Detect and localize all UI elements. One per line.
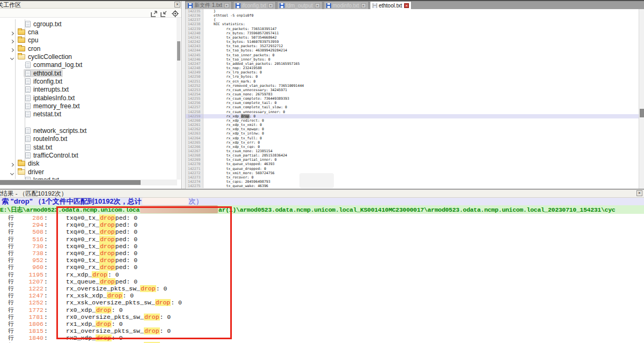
tree-item-interrupts-txt[interactable]: interrupts.txt (0, 86, 177, 94)
tab-close-icon[interactable]: × (404, 3, 409, 8)
editor-line[interactable]: 142247 tx_added_vlan_packets: 2051659571… (186, 62, 639, 66)
tree-item-cycliccollection[interactable]: cyclicCollection (0, 53, 177, 61)
tree-item-command_log-txt[interactable]: command_log.txt (0, 61, 177, 69)
tree-item-netstat-txt[interactable]: netstat.txt (0, 110, 177, 118)
editor-line[interactable]: 142246 tx_tso_inner_bytes: 0 (186, 57, 639, 62)
editor-line[interactable]: 142242 tx_bytes: 514607839753959 (186, 40, 639, 44)
result-row-line-294[interactable]: 行294:rxq#0_rx_dropped: 0 (0, 221, 644, 228)
tree-item-cpu[interactable]: cpu (0, 36, 177, 44)
result-row-line-1781[interactable]: 行1781:rx0_oversize_pkts_sw_drop: 0 (0, 314, 644, 320)
chevron-right-icon[interactable] (10, 163, 14, 167)
result-row-line-1815[interactable]: 行1815:rx1_oversize_pkts_sw_drop: 0 (0, 327, 644, 334)
tree-item-disk[interactable]: disk (0, 160, 177, 168)
editor-vertical-scrollbar[interactable] (639, 9, 644, 189)
tree-item-cgroup-txt[interactable]: cgroup.txt (0, 20, 177, 28)
tab-close-icon[interactable]: × (268, 3, 273, 8)
tree-vertical-scrollbar[interactable] (177, 18, 181, 180)
result-row-line-1772[interactable]: 行1772:rx0_xdp_drop: 0 (0, 307, 644, 314)
editor-line[interactable]: 142249 rx_lro_packets: 0 (186, 70, 639, 74)
editor-line[interactable]: 142256 rx_csum_complete_tail: 0 (186, 101, 639, 105)
tree-item-trafficcontrol-txt[interactable]: trafficControl.txt (0, 152, 177, 160)
editor-line[interactable]: 142250 rx_lro_bytes: 0 (186, 74, 639, 79)
result-row-line-1195[interactable]: 行1195:rx_xdp_drop: 0 (0, 271, 644, 278)
tree-item-cna[interactable]: cna (0, 28, 177, 36)
editor-line[interactable]: 142272 tx_xmit_more: 569724756 (186, 171, 639, 175)
editor-line[interactable]: 142239 rx_packets: 736510395147 (186, 27, 639, 31)
tree-item-network_scripts-txt[interactable]: network_scripts.txt (0, 127, 177, 135)
tree-item-memory_free-txt[interactable]: memory_free.txt (0, 102, 177, 110)
editor-line[interactable]: 142235} (186, 9, 639, 13)
result-row-line-1247[interactable]: 行1247:rx_xsk_xdp_drop: 0 (0, 292, 644, 299)
editor-line[interactable]: 142275 tx_queue_wake: 46396 (186, 184, 639, 188)
tree-item-iptablesinfo-txt[interactable]: iptablesInfo.txt (0, 94, 177, 102)
tab--1-txt[interactable]: 新文件 1.txt× (185, 1, 232, 9)
editor-line[interactable]: 142271 tx_queue_dropped: 0 (186, 167, 639, 171)
tab-close-icon[interactable]: × (224, 3, 229, 8)
tree-item-ethtool-txt[interactable]: ethtool.txt (0, 69, 177, 77)
result-row-line-286[interactable]: 行286:txq#0_tx_dropped: 0 (0, 214, 644, 221)
editor-line[interactable]: 142236ethtool -S enp1s0f0 (186, 13, 639, 18)
result-row-line-1207[interactable]: 行1207:tx_queue_dropped: 0 (0, 278, 644, 285)
tree-item-driver[interactable]: driver (0, 168, 177, 176)
tab-fdm_output[interactable]: fdm_output× (277, 1, 323, 9)
editor-line[interactable]: 142245 tx_tso_inner_packets: 0 (186, 53, 639, 57)
result-row-line-960[interactable]: 行960:rxq#0_rx_dropped: 0 (0, 264, 644, 271)
result-row-line-1252[interactable]: 行1252:rx_xsk_oversize_pkts_sw_drop: 0 (0, 299, 644, 306)
editor-line[interactable]: 142268 tx_csum_partial: 205153836424 (186, 153, 639, 158)
result-row-line-952[interactable]: 行952:txq#0_tx_dropped: 0 (0, 257, 644, 264)
chevron-right-icon[interactable] (10, 40, 14, 43)
tree-item-ifconfig-txt[interactable]: ifconfig.txt (0, 77, 177, 85)
editor-line[interactable]: 142237{ (186, 18, 639, 22)
chevron-down-icon[interactable] (10, 172, 14, 175)
result-row-line-516[interactable]: 行516:rxq#0_rx_dropped: 0 (0, 236, 644, 243)
result-row-line-738[interactable]: 行738:rxq#0_rx_dropped: 0 (0, 250, 644, 257)
tree-item-stat-txt[interactable]: stat.txt (0, 143, 177, 151)
jump-back-icon[interactable] (160, 10, 167, 17)
editor-line[interactable]: 142253 rx_csum_unnecessary: 34245971 (186, 88, 639, 92)
editor-line[interactable]: 142267 tx_csum_none: 12385154 (186, 149, 639, 153)
editor-line[interactable]: 142273 tx_recover: 0 (186, 175, 639, 180)
jump-forward-icon[interactable] (151, 10, 158, 17)
editor-line[interactable]: 142254 rx_csum_none: 26759783 (186, 92, 639, 96)
editor-vscroll-thumb[interactable] (640, 109, 644, 117)
editor-line[interactable]: 142252 rx_removed_vlan_packets: 73651009… (186, 84, 639, 88)
editor-line[interactable]: 142258 rx_csum_unnecessary_inner: 0 (186, 110, 639, 114)
locate-target-icon[interactable] (172, 10, 179, 17)
tab-ifconfig-txt[interactable]: ifconfig.txt× (233, 1, 276, 9)
tab-close-icon[interactable]: × (315, 3, 320, 8)
tree-horizontal-scrollbar[interactable] (0, 180, 177, 185)
editor-line[interactable]: 142261 rx_xdp_tx_xmit: 0 (186, 123, 639, 127)
result-row-line-508[interactable]: 行508:txq#0_tx_dropped: 0 (0, 228, 644, 235)
editor-line[interactable]: 142244 tx_tso_bytes: 463099429284214 (186, 48, 639, 53)
editor-line[interactable]: 142266 rx_xdp_tx_cqe: 0 (186, 145, 639, 149)
editor-line[interactable]: 142260 rx_xdp_redirect: 0 (186, 118, 639, 123)
editor-line[interactable]: 142259 rx_xdp_drop: 0 (186, 114, 639, 118)
tree-hscroll-thumb[interactable] (0, 180, 141, 185)
chevron-down-icon[interactable] (10, 56, 14, 60)
results-close-icon[interactable]: × (636, 190, 642, 196)
editor-line[interactable]: 142241 tx_packets: 507354668642 (186, 35, 639, 40)
tree-item-routeinfo-txt[interactable]: routeInfo.txt (0, 135, 177, 143)
editor-line[interactable]: 142265 rx_xdp_tx_err: 0 (186, 140, 639, 145)
editor-line[interactable]: 142270 tx_queue_stopped: 46393 (186, 162, 639, 166)
editor-line[interactable]: 142251 rx_ecn_mark: 0 (186, 79, 639, 84)
editor-line[interactable]: 142255 rx_csum_complete: 736449389393 (186, 96, 639, 101)
editor-line[interactable]: 142264 rx_xdp_tx_full: 0 (186, 136, 639, 140)
editor-line[interactable]: 142238NIC statistics: (186, 22, 639, 26)
editor-line[interactable]: 142263 rx_xdp_tx_inlnw: 0 (186, 131, 639, 136)
tab-close-icon[interactable]: × (361, 3, 366, 8)
result-row-line-1840[interactable]: 行1840:rx2_xdp_drop: 0 (0, 334, 644, 341)
tab-modinfo-txt[interactable]: modinfo.txt× (324, 1, 369, 9)
editor-line[interactable]: 142248 tx_nop: 232419588 (186, 66, 639, 70)
editor-line[interactable]: 142262 rx_xdp_tx_mpwqe: 0 (186, 127, 639, 131)
result-row-line-1806[interactable]: 行1806:rx1_xdp_drop: 0 (0, 320, 644, 327)
tree-vscroll-thumb[interactable] (177, 41, 180, 61)
editor-line[interactable]: 142274 tx_cqes: 204596498793 (186, 180, 639, 184)
editor-line[interactable]: 142257 rx_csum_complete_tail_slow: 0 (186, 105, 639, 109)
tree-item-cron[interactable]: cron (0, 44, 177, 53)
result-row-line-1222[interactable]: 行1222:rx_oversize_pkts_sw_drop: 0 (0, 285, 644, 292)
editor-line[interactable]: 142243 tx_tso_packets: 35272932712 (186, 44, 639, 48)
chevron-right-icon[interactable] (10, 32, 14, 35)
editor-pane[interactable]: 142235}142236ethtool -S enp1s0f0142237{1… (185, 9, 639, 189)
chevron-right-icon[interactable] (10, 48, 14, 52)
